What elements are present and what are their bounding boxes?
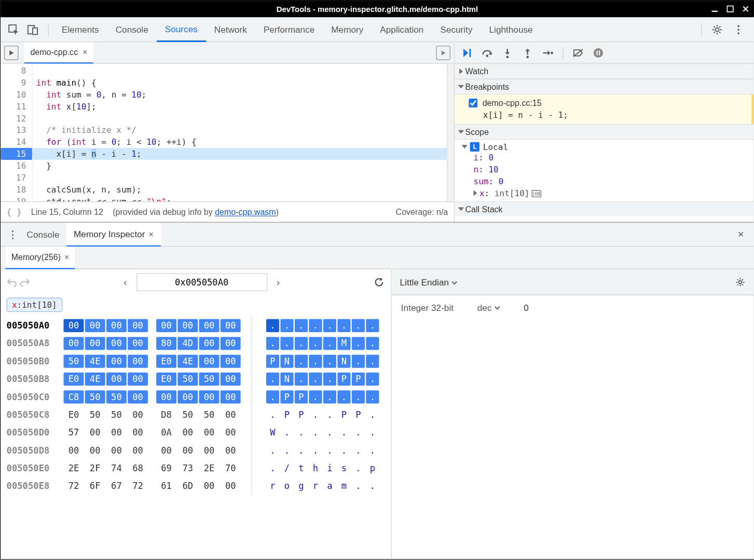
ascii-char[interactable]: . [366,408,379,421]
tab-performance[interactable]: Performance [255,17,323,42]
ascii-char[interactable]: h [309,462,322,475]
hex-byte[interactable]: 00 [199,480,220,493]
hex-byte[interactable]: 00 [221,426,241,439]
hex-byte[interactable]: 00 [177,319,198,332]
ascii-char[interactable]: . [323,426,336,439]
hex-byte[interactable]: 00 [177,444,198,457]
ascii-char[interactable]: p [366,462,379,475]
hex-byte[interactable]: 00 [221,355,241,368]
ascii-char[interactable]: . [295,355,308,368]
hex-byte[interactable]: 00 [128,319,148,332]
hex-byte[interactable]: 00 [128,355,148,368]
ascii-char[interactable]: . [366,355,379,368]
ascii-char[interactable]: m [337,480,350,493]
ascii-char[interactable]: . [366,319,379,332]
refresh-button[interactable] [373,276,385,288]
ascii-char[interactable]: . [352,426,365,439]
ascii-char[interactable]: a [323,480,336,493]
inspect-element-icon[interactable] [5,21,22,38]
step-out-button[interactable] [520,45,536,60]
hex-byte[interactable]: 50 [199,408,220,421]
hex-byte[interactable]: 00 [106,426,127,439]
hex-byte[interactable]: 72 [64,480,84,493]
hex-byte[interactable]: 00 [106,319,127,332]
ascii-char[interactable]: . [323,408,336,421]
ascii-char[interactable]: P [280,408,293,421]
settings-gear-icon[interactable] [709,21,725,38]
ascii-char[interactable]: . [280,444,293,457]
hex-byte[interactable]: 00 [221,319,241,332]
ascii-char[interactable]: . [337,444,350,457]
hex-byte[interactable]: 00 [156,390,176,403]
address-input[interactable] [136,274,267,291]
drawer-tab-memory-inspector[interactable]: Memory Inspector × [66,223,161,247]
hex-byte[interactable]: 50 [199,373,220,386]
hex-byte[interactable]: 00 [85,444,105,457]
hex-byte[interactable]: 00 [85,337,105,350]
ascii-char[interactable]: . [266,444,279,457]
ascii-char[interactable]: N [337,355,350,368]
ascii-char[interactable]: . [309,319,322,332]
hex-byte[interactable]: 69 [156,462,176,475]
ascii-char[interactable]: . [295,426,308,439]
hex-row[interactable]: 005050E02E2F746869732E70./this.p [7,459,385,477]
tab-lighthouse[interactable]: Lighthouse [481,17,541,42]
ascii-char[interactable]: . [295,444,308,457]
hex-byte[interactable]: 50 [177,408,198,421]
ascii-char[interactable]: . [295,319,308,332]
ascii-char[interactable]: . [295,373,308,386]
hex-byte[interactable]: 00 [85,426,105,439]
window-maximize-button[interactable] [724,3,736,15]
hex-byte[interactable]: 67 [106,480,127,493]
ascii-char[interactable]: . [309,355,322,368]
hex-byte[interactable]: 6F [85,480,105,493]
hex-byte[interactable]: 00 [221,337,241,350]
ascii-char[interactable]: . [309,426,322,439]
ascii-char[interactable]: . [352,390,365,403]
memory-object-chip[interactable]: x: int[10] [7,298,62,312]
hex-byte[interactable]: 00 [177,390,198,403]
hex-byte[interactable]: 00 [128,426,148,439]
ascii-char[interactable]: . [352,319,365,332]
hex-byte[interactable]: 68 [128,462,148,475]
callstack-section-header[interactable]: Call Stack [455,201,754,216]
tab-sources[interactable]: Sources [157,17,206,42]
ascii-char[interactable]: . [280,426,293,439]
hex-byte[interactable]: 2E [199,462,220,475]
scope-section-header[interactable]: Scope [455,124,754,140]
hex-byte[interactable]: 00 [128,373,148,386]
ascii-char[interactable]: . [352,444,365,457]
deactivate-breakpoints-button[interactable] [570,45,586,60]
hex-byte[interactable]: 50 [85,390,105,403]
tab-memory[interactable]: Memory [323,17,372,42]
hex-row[interactable]: 005050C8E0505000D8505000.PP..PP. [7,406,385,424]
hex-byte[interactable]: 4E [177,355,198,368]
pause-on-exceptions-button[interactable] [591,45,606,60]
ascii-char[interactable]: t [295,462,308,475]
hex-byte[interactable]: 50 [85,408,105,421]
drawer-tab-console[interactable]: Console [20,223,67,247]
ascii-char[interactable]: N [280,373,293,386]
hex-byte[interactable]: 73 [177,462,198,475]
hex-byte[interactable]: 4D [177,337,198,350]
hex-byte[interactable]: 50 [106,390,127,403]
ascii-char[interactable]: W [266,426,279,439]
step-into-button[interactable] [500,45,515,60]
watch-section-header[interactable]: Watch [455,64,754,79]
hex-byte[interactable]: 00 [156,444,176,457]
hex-byte[interactable]: 00 [199,426,220,439]
breakpoint-checkbox[interactable] [469,98,477,107]
tab-elements[interactable]: Elements [53,17,107,42]
ascii-char[interactable]: / [280,462,293,475]
hex-byte[interactable]: 80 [156,337,176,350]
scope-var-x[interactable]: x: int[10] [459,187,754,199]
hex-byte[interactable]: 00 [128,337,148,350]
source-editor[interactable]: 891011121314151617181920 int main() { in… [1,64,454,202]
hex-byte[interactable]: 4E [85,355,105,368]
step-button[interactable] [540,45,556,60]
ascii-char[interactable]: . [366,444,379,457]
ascii-char[interactable]: . [323,337,336,350]
hex-byte[interactable]: 00 [199,319,220,332]
ascii-char[interactable]: . [352,355,365,368]
hex-byte[interactable]: 72 [128,480,148,493]
